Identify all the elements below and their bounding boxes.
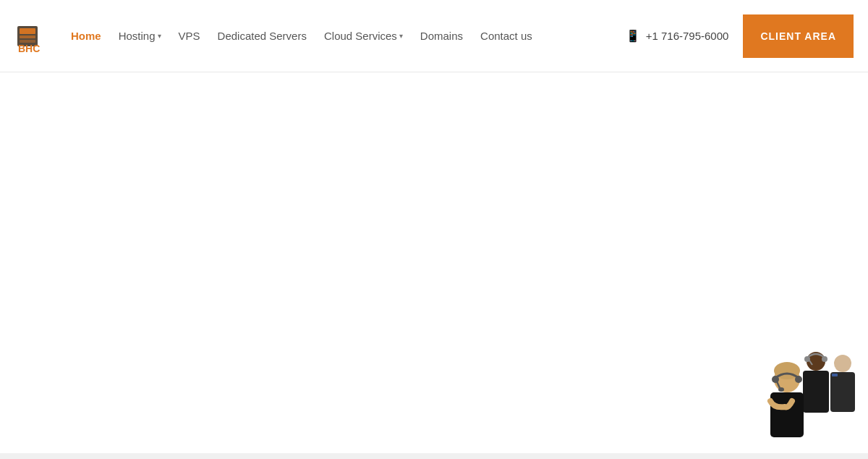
nav-item-contact-us[interactable]: Contact us [480,30,532,43]
main-content [0,72,868,459]
svg-point-11 [822,356,827,362]
nav-link-home[interactable]: Home [71,30,101,42]
navbar: BHC HomeHosting▾VPSDedicated ServersClou… [0,0,868,72]
svg-point-16 [795,376,802,383]
nav-link-contact-us[interactable]: Contact us [480,30,532,42]
svg-rect-9 [803,371,829,413]
svg-point-18 [778,387,784,392]
nav-item-vps[interactable]: VPS [179,30,200,43]
svg-rect-1 [20,28,35,34]
nav-item-hosting[interactable]: Hosting▾ [119,30,161,42]
svg-point-5 [834,355,851,372]
dropdown-arrow-hosting: ▾ [158,32,161,40]
nav-link-vps[interactable]: VPS [179,30,200,42]
nav-item-domains[interactable]: Domains [420,30,463,43]
svg-rect-19 [770,392,804,437]
dropdown-arrow-cloud-services: ▾ [399,32,403,40]
logo[interactable]: BHC [14,19,49,54]
phone-number: +1 716-795-6000 [646,30,729,42]
svg-rect-7 [832,374,838,376]
nav-link-dedicated-servers[interactable]: Dedicated Servers [218,30,307,42]
phone-container: 📱 +1 716-795-6000 [626,29,729,43]
logo-icon: BHC [14,19,49,54]
svg-text:BHC: BHC [18,43,40,54]
nav-link-domains[interactable]: Domains [420,30,463,42]
nav-item-wrapper-cloud-services[interactable]: Cloud Services▾ [324,30,403,42]
phone-icon: 📱 [626,29,640,43]
bottom-strip [0,453,868,459]
nav-item-cloud-services[interactable]: Cloud Services▾ [324,30,403,42]
client-area-button[interactable]: CLIENT AREA [743,14,854,58]
nav-item-home[interactable]: Home [71,30,101,43]
nav-item-dedicated-servers[interactable]: Dedicated Servers [218,30,307,43]
navbar-right: 📱 +1 716-795-6000 CLIENT AREA [626,14,854,58]
support-people-svg [731,343,868,437]
svg-rect-2 [20,35,35,38]
svg-rect-6 [830,372,855,412]
support-group-image [731,343,868,437]
navbar-left: BHC HomeHosting▾VPSDedicated ServersClou… [14,19,532,54]
nav-link-cloud-services[interactable]: Cloud Services [324,30,397,42]
main-nav: HomeHosting▾VPSDedicated ServersCloud Se… [71,30,532,43]
nav-item-wrapper-hosting[interactable]: Hosting▾ [119,30,161,42]
nav-link-hosting[interactable]: Hosting [119,30,156,42]
